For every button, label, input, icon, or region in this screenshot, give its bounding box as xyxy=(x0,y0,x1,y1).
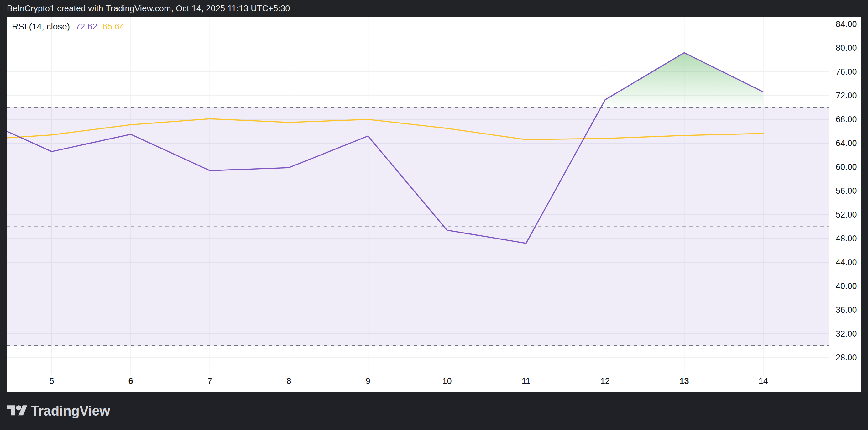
indicator-name: RSI (14, close) xyxy=(12,22,70,32)
snapshot-header: BeInCrypto1 created with TradingView.com… xyxy=(0,0,868,17)
ma-value: 65.64 xyxy=(102,22,124,32)
snapshot-title: BeInCrypto1 created with TradingView.com… xyxy=(0,4,290,13)
rsi-value: 72.62 xyxy=(75,22,97,32)
tradingview-snapshot: BeInCrypto1 created with TradingView.com… xyxy=(0,0,868,430)
price-scale[interactable] xyxy=(829,17,861,374)
chart-pane[interactable]: 84.0080.0076.0072.0068.0064.0060.0056.00… xyxy=(7,17,861,392)
footer-bar: TradingView xyxy=(0,392,868,430)
tradingview-brand-link[interactable]: TradingView xyxy=(0,403,110,419)
time-scale[interactable] xyxy=(7,374,861,392)
tradingview-logo-icon xyxy=(7,403,27,419)
indicator-legend: RSI (14, close) 72.62 65.64 xyxy=(12,22,124,32)
rsi-chart-svg: 84.0080.0076.0072.0068.0064.0060.0056.00… xyxy=(7,17,861,392)
brand-wordmark: TradingView xyxy=(31,403,110,419)
